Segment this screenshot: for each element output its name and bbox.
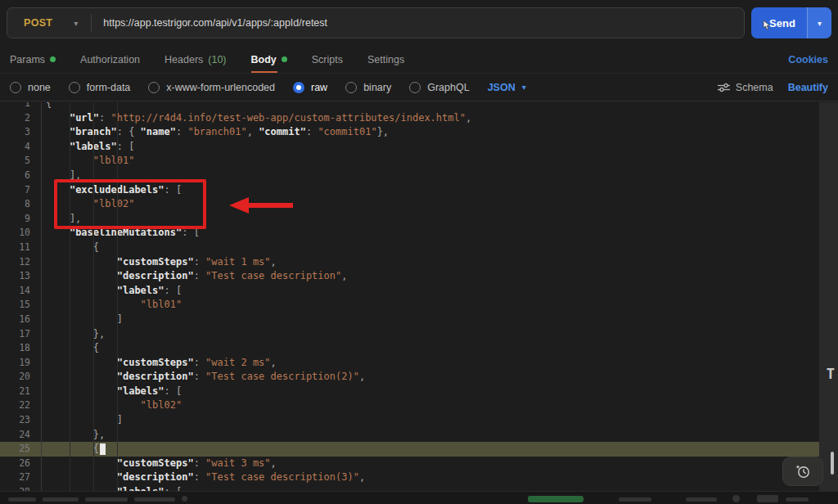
schema-label: Schema [736, 82, 773, 93]
radio-form-data[interactable]: form-data [69, 82, 131, 93]
status-text-greeked [134, 497, 175, 502]
line-number: 18 [0, 341, 38, 356]
code-text: "description": "Test case description(2)… [38, 370, 365, 385]
code-line[interactable]: 14 "labels": [ [0, 284, 838, 299]
radio-x-www-form-urlencoded[interactable]: x-www-form-urlencoded [148, 82, 275, 93]
radio-icon [409, 82, 421, 93]
code-text: "lbl02" [38, 398, 182, 413]
line-number: 14 [0, 284, 38, 299]
code-text: "excludedLabels": [ [38, 183, 182, 198]
green-dot-icon [50, 56, 56, 62]
method-selector[interactable]: POST ▾ [7, 8, 91, 38]
code-line[interactable]: 6 ], [0, 169, 838, 183]
code-line[interactable]: 8 "lbl02" [0, 197, 838, 212]
code-line[interactable]: 28 "labels": [ [0, 485, 838, 491]
code-line[interactable]: 9 ], [0, 212, 838, 227]
request-tabs: Params Authorization Headers (10) Body S… [0, 46, 838, 74]
sliders-icon [718, 83, 730, 92]
code-text: "baselineMutations": [ [38, 226, 200, 241]
line-number: 12 [0, 255, 38, 270]
line-number: 2 [0, 111, 38, 126]
status-icon-greeked [732, 495, 740, 502]
code-text: "labels": [ [38, 284, 182, 299]
radio-icon [148, 82, 160, 93]
radio-graphql[interactable]: GraphQL [409, 82, 469, 93]
history-button[interactable] [782, 457, 823, 486]
code-line[interactable]: 26 "customSteps": "wait 3 ms", [0, 457, 838, 471]
body-options-row: none form-data x-www-form-urlencoded raw… [0, 74, 838, 101]
send-button[interactable]: Send [751, 7, 807, 38]
tab-params[interactable]: Params [10, 46, 56, 73]
beautify-button[interactable]: Beautify [788, 82, 828, 93]
status-text-greeked [43, 497, 79, 502]
code-line[interactable]: 22 "lbl02" [0, 398, 838, 413]
green-dot-icon [282, 56, 287, 62]
text-cursor [100, 443, 106, 455]
code-text: { [38, 102, 52, 111]
radio-binary[interactable]: binary [345, 82, 391, 93]
code-text: ], [38, 169, 81, 183]
line-number: 11 [0, 241, 38, 255]
schema-button[interactable]: Schema [718, 82, 773, 93]
code-line[interactable]: 3 "branch": { "name": "branch01", "commi… [0, 125, 838, 140]
code-text: { [38, 241, 99, 255]
code-line[interactable]: 13 "description": "Test case description… [0, 269, 838, 284]
scrollbar-thumb[interactable] [831, 452, 834, 475]
line-number: 6 [0, 169, 38, 183]
code-line[interactable]: 17 }, [0, 327, 838, 342]
code-text: "lbl01" [38, 298, 182, 313]
code-line[interactable]: 23 ] [0, 413, 838, 428]
line-number: 8 [0, 197, 38, 212]
code-line[interactable]: 7 "excludedLabels": [ [0, 183, 838, 198]
url-input[interactable] [92, 17, 744, 29]
send-options-button[interactable]: ▾ [807, 7, 831, 38]
code-line[interactable]: 1{ [0, 102, 838, 111]
tab-authorization[interactable]: Authorization [80, 46, 140, 73]
chevron-down-icon: ▾ [818, 19, 822, 28]
code-line[interactable]: 16 ] [0, 313, 838, 327]
chevron-down-icon: ▾ [522, 83, 526, 92]
code-line[interactable]: 18 { [0, 341, 838, 356]
editor-scroll-track[interactable] [819, 102, 838, 491]
radio-icon [345, 82, 357, 93]
tab-body[interactable]: Body [251, 46, 287, 73]
code-line[interactable]: 10 "baselineMutations": [ [0, 226, 838, 241]
code-line[interactable]: 12 "customSteps": "wait 1 ms", [0, 255, 838, 270]
body-type-selector[interactable]: JSON ▾ [488, 82, 526, 93]
code-line[interactable]: 25 { [0, 442, 838, 457]
code-text: ] [38, 413, 123, 428]
line-number: 26 [0, 457, 38, 471]
line-number: 25 [0, 442, 38, 457]
tab-settings[interactable]: Settings [367, 46, 404, 73]
code-text: ], [38, 212, 81, 227]
code-line[interactable]: 24 }, [0, 428, 838, 443]
code-line[interactable]: 21 "labels": [ [0, 385, 838, 399]
line-number: 1 [0, 102, 38, 111]
line-number: 23 [0, 413, 38, 428]
code-text: "labels": [ [38, 385, 182, 399]
code-line[interactable]: 19 "customSteps": "wait 2 ms", [0, 356, 838, 371]
json-body-editor[interactable]: 1{2 "url": "http://r4d4.info/test-web-ap… [0, 102, 838, 491]
line-number: 19 [0, 356, 38, 371]
line-number: 7 [0, 183, 38, 198]
code-line[interactable]: 27 "description": "Test case description… [0, 470, 838, 485]
code-line[interactable]: 11 { [0, 241, 838, 255]
code-line[interactable]: 20 "description": "Test case description… [0, 370, 838, 385]
line-number: 5 [0, 154, 38, 169]
radio-label: x-www-form-urlencoded [166, 82, 275, 93]
line-number: 15 [0, 298, 38, 313]
radio-none[interactable]: none [10, 82, 51, 93]
tab-scripts[interactable]: Scripts [312, 46, 343, 73]
code-line[interactable]: 4 "labels": [ [0, 140, 838, 155]
code-line[interactable]: 2 "url": "http://r4d4.info/test-web-app/… [0, 111, 838, 126]
radio-raw[interactable]: raw [293, 82, 327, 93]
code-line[interactable]: 15 "lbl01" [0, 298, 838, 313]
code-line[interactable]: 5 "lbl01" [0, 154, 838, 169]
cookies-link[interactable]: Cookies [788, 54, 828, 65]
indent-guide [93, 102, 94, 491]
code-text: "customSteps": "wait 3 ms", [38, 457, 277, 471]
status-icon-greeked [182, 496, 187, 502]
tab-headers[interactable]: Headers (10) [164, 46, 226, 73]
radio-icon [69, 82, 80, 93]
radio-label: none [28, 82, 51, 93]
